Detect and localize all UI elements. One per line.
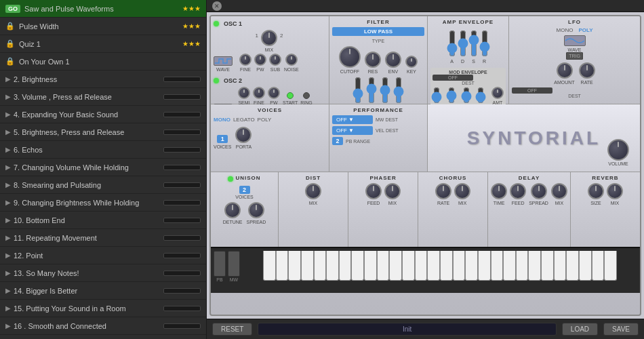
filter-type-button[interactable]: LOW PASS: [332, 27, 424, 36]
white-key[interactable]: [364, 251, 377, 281]
detune-knob[interactable]: [224, 202, 241, 218]
sidebar-item-echos[interactable]: ▶ 6. Echos: [0, 141, 206, 159]
sidebar-item-changing-bright[interactable]: ▶ 9. Changing Brightness While Holding: [0, 194, 206, 212]
mod-r-slider[interactable]: [477, 87, 485, 104]
mw-dest-dropdown[interactable]: OFF ▼: [332, 115, 373, 124]
amount-knob[interactable]: [557, 62, 573, 79]
sidebar-item-expanding-pal[interactable]: ▶ 17. Expanding Your Pallete: [0, 335, 206, 339]
white-key[interactable]: [427, 251, 440, 281]
amp-a-slider[interactable]: [448, 30, 456, 57]
mono-btn[interactable]: MONO: [214, 117, 230, 123]
white-key[interactable]: [351, 251, 364, 281]
delay-time-knob[interactable]: [491, 183, 507, 199]
white-key[interactable]: [415, 251, 428, 281]
white-key[interactable]: [541, 251, 554, 281]
env-knob[interactable]: [385, 52, 401, 68]
load-button[interactable]: LOAD: [562, 323, 598, 336]
porta-knob[interactable]: [235, 127, 251, 143]
sidebar-item-expanding[interactable]: ▶ 4. Expanding Your Basic Sound: [0, 106, 206, 123]
sidebar-item-so-many[interactable]: ▶ 13. So Many Notes!: [0, 264, 206, 282]
sidebar-item-brightness-pr[interactable]: ▶ 5. Brightness, Press and Release: [0, 123, 206, 141]
white-key[interactable]: [491, 251, 504, 281]
vel-dest-dropdown[interactable]: OFF ▼: [332, 126, 373, 135]
fine-knob[interactable]: [239, 54, 251, 66]
filter-a-slider[interactable]: [354, 77, 362, 104]
mod-s-slider[interactable]: [462, 87, 470, 104]
white-key[interactable]: [465, 251, 478, 281]
white-key[interactable]: [503, 251, 516, 281]
sidebar-item-saw-pulse[interactable]: GO Saw and Pulse Waveforms ★★★: [0, 0, 206, 18]
fine2-knob[interactable]: [253, 87, 265, 99]
white-key[interactable]: [339, 251, 352, 281]
sidebar-item-bigger[interactable]: ▶ 14. Bigger Is Better: [0, 282, 206, 300]
sub-knob[interactable]: [269, 54, 281, 66]
trig-button[interactable]: TRIG: [566, 52, 583, 60]
mod-amt-knob[interactable]: [491, 87, 504, 99]
amp-s-slider[interactable]: [470, 30, 478, 57]
cutoff-knob[interactable]: [339, 46, 361, 68]
pw2-knob[interactable]: [268, 87, 280, 99]
white-key[interactable]: [263, 251, 276, 281]
white-key[interactable]: [402, 251, 415, 281]
white-key[interactable]: [453, 251, 466, 281]
sidebar-item-repeating[interactable]: ▶ 11. Repeating Movement: [0, 229, 206, 247]
reset-button[interactable]: RESET: [212, 323, 252, 336]
phaser-mix-knob[interactable]: [384, 183, 401, 199]
amp-r-slider[interactable]: [481, 30, 489, 57]
white-key[interactable]: [516, 251, 529, 281]
osc1-wave-display[interactable]: [214, 56, 233, 66]
white-key[interactable]: [566, 251, 579, 281]
white-key[interactable]: [326, 251, 339, 281]
close-button[interactable]: ✕: [212, 1, 222, 11]
sidebar-item-smooth[interactable]: ▶ 16 . Smooth and Connected: [0, 317, 206, 335]
sidebar-item-smearing[interactable]: ▶ 8. Smearing and Pulsating: [0, 176, 206, 194]
pw-knob[interactable]: [254, 54, 266, 66]
mod-a-slider[interactable]: [432, 87, 441, 104]
mod-d-slider[interactable]: [447, 87, 456, 104]
poly-mode-label[interactable]: POLY: [578, 27, 592, 33]
sidebar-item-brightness[interactable]: ▶ 2. Brightness: [0, 71, 206, 88]
sidebar-item-bottom-end[interactable]: ▶ 10. Bottom End: [0, 212, 206, 229]
filter-r-slider[interactable]: [395, 77, 403, 104]
spread-knob[interactable]: [248, 202, 264, 218]
filter-s-slider[interactable]: [381, 77, 389, 104]
delay-feed-knob[interactable]: [510, 183, 526, 199]
sidebar-item-volume-press[interactable]: ▶ 3. Volume , Press ad Release: [0, 88, 206, 106]
key-knob[interactable]: [405, 56, 418, 68]
dist-mix-knob[interactable]: [305, 183, 321, 199]
white-key[interactable]: [377, 251, 390, 281]
lfo-wave-display[interactable]: [564, 35, 586, 46]
white-key[interactable]: [604, 251, 617, 281]
legato-btn[interactable]: LEGATO: [233, 117, 255, 123]
delay-spread-knob[interactable]: [531, 183, 547, 199]
mw-slider[interactable]: [228, 251, 240, 277]
sidebar-item-point[interactable]: ▶ 12. Point: [0, 247, 206, 264]
white-key[interactable]: [579, 251, 592, 281]
pb-slider[interactable]: [214, 251, 226, 277]
rate-knob[interactable]: [579, 62, 595, 79]
white-key[interactable]: [528, 251, 541, 281]
white-key[interactable]: [478, 251, 491, 281]
mix-knob[interactable]: [261, 30, 277, 46]
amp-d-slider[interactable]: [459, 30, 467, 57]
white-key[interactable]: [276, 251, 289, 281]
white-key[interactable]: [301, 251, 314, 281]
white-key[interactable]: [314, 251, 327, 281]
white-key[interactable]: [554, 251, 567, 281]
phaser-feed-knob[interactable]: [365, 183, 382, 199]
delay-mix-knob[interactable]: [551, 183, 567, 199]
chorus-rate-knob[interactable]: [435, 183, 451, 199]
volume-knob[interactable]: [607, 139, 629, 161]
noise-knob[interactable]: [285, 54, 298, 66]
poly-btn[interactable]: POLY: [258, 117, 272, 123]
reverb-size-knob[interactable]: [588, 183, 604, 199]
sidebar-item-putting-sound[interactable]: ▶ 15. Putting Your Sound in a Room: [0, 300, 206, 317]
sidebar-item-changing-vol[interactable]: ▶ 7. Changing Volume While Holding: [0, 159, 206, 176]
sidebar-item-on-your-own[interactable]: 🔒 On Your Own 1: [0, 53, 206, 71]
res-knob[interactable]: [365, 52, 381, 68]
white-key[interactable]: [389, 251, 402, 281]
chorus-mix-knob[interactable]: [454, 183, 470, 199]
save-button[interactable]: SAVE: [603, 323, 639, 336]
white-key[interactable]: [440, 251, 453, 281]
sidebar-item-pulse-width[interactable]: 🔒 Pulse Width ★★★: [0, 18, 206, 35]
